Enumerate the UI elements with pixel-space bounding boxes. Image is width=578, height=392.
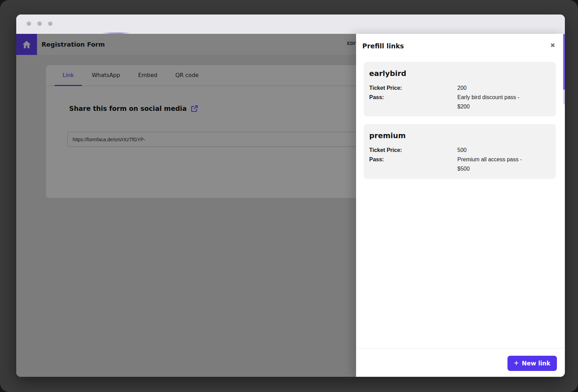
scrollbar-thumb[interactable] [563,34,565,90]
close-icon[interactable]: ✖ [550,42,555,49]
field-value: 500 [457,145,532,155]
field-row: Pass: Early bird discount pass - $200 [369,93,550,111]
drawer-footer: + New link [356,348,565,377]
field-label: Ticket Price: [369,83,457,93]
drawer-header: Prefill links ✖ [356,34,565,62]
window-control-minimize-dot[interactable] [37,21,42,26]
prefill-link-card-premium[interactable]: premium Ticket Price: 500 Pass: Premium … [364,124,556,179]
field-label: Pass: [369,93,457,111]
new-link-button[interactable]: + New link [507,356,557,371]
field-value: Early bird discount pass - $200 [457,93,532,111]
drawer-title: Prefill links [362,42,404,50]
prefill-links-drawer: Prefill links ✖ earlybird Ticket Price: … [356,34,565,377]
field-label: Ticket Price: [369,145,457,155]
field-value: 200 [457,83,532,93]
field-value: Premium all access pass - $500 [457,155,532,173]
window-control-close-dot[interactable] [27,21,31,26]
app-viewport: Registration Form EDIT Link WhatsApp Emb… [16,34,565,377]
field-label: Pass: [369,155,457,173]
new-link-label: New link [522,360,550,367]
prefill-link-name: premium [369,130,550,142]
window-titlebar [16,15,565,34]
prefill-link-card-earlybird[interactable]: earlybird Ticket Price: 200 Pass: Early … [364,62,556,116]
prefill-links-list: earlybird Ticket Price: 200 Pass: Early … [356,62,565,179]
window-control-maximize-dot[interactable] [48,21,53,26]
field-row: Pass: Premium all access pass - $500 [369,155,550,173]
screenshot-backdrop: Registration Form EDIT Link WhatsApp Emb… [0,0,578,392]
plus-icon: + [514,359,519,367]
browser-window: Registration Form EDIT Link WhatsApp Emb… [16,15,565,377]
scrollbar-track [563,90,565,104]
prefill-link-name: earlybird [369,67,550,80]
field-row: Ticket Price: 200 [369,83,550,93]
field-row: Ticket Price: 500 [369,145,550,155]
